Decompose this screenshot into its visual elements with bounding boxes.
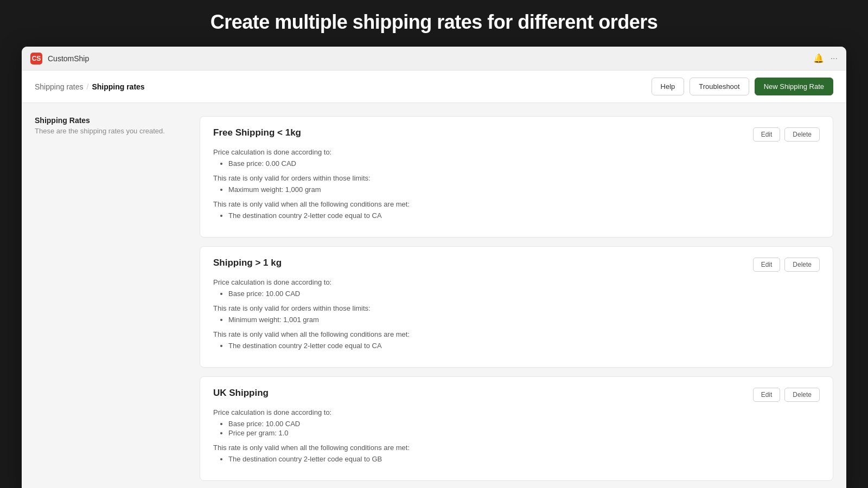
rates-container: Free Shipping < 1kg Edit Delete Price ca… <box>200 116 833 481</box>
price-list: Base price: 10.00 CAD <box>213 290 820 298</box>
sidebar: Shipping Rates These are the shipping ra… <box>35 116 187 481</box>
rate-title: UK Shipping <box>213 388 269 399</box>
new-shipping-rate-button[interactable]: New Shipping Rate <box>755 78 833 95</box>
breadcrumb-parent[interactable]: Shipping rates <box>35 82 84 91</box>
header-bar: Shipping rates / Shipping rates Help Tro… <box>22 70 846 103</box>
app-window: CS CustomShip 🔔 ··· Shipping rates / Shi… <box>22 47 846 488</box>
limits-list: Minimum weight: 1,001 gram <box>213 316 820 324</box>
list-item: The destination country 2-letter code eq… <box>228 211 820 220</box>
rate-title: Free Shipping < 1kg <box>213 127 301 138</box>
limits-list: Maximum weight: 1,000 gram <box>213 185 820 194</box>
edit-button[interactable]: Edit <box>753 127 781 142</box>
list-item: The destination country 2-letter code eq… <box>228 342 820 350</box>
conditions-list: The destination country 2-letter code eq… <box>213 455 820 463</box>
limits-label: This rate is only valid for orders withi… <box>213 174 820 182</box>
more-options-icon[interactable]: ··· <box>831 54 838 63</box>
rate-title: Shipping > 1 kg <box>213 258 282 268</box>
rate-actions: Edit Delete <box>753 127 820 142</box>
delete-button[interactable]: Delete <box>784 127 820 142</box>
header-actions: Help Troubleshoot New Shipping Rate <box>652 78 833 95</box>
rate-header: UK Shipping Edit Delete <box>213 388 820 402</box>
breadcrumb-separator: / <box>87 82 89 91</box>
rate-actions: Edit Delete <box>753 258 820 272</box>
list-item: Maximum weight: 1,000 gram <box>228 185 820 194</box>
app-icon: CS <box>30 53 42 65</box>
rate-card: Shipping > 1 kg Edit Delete Price calcul… <box>200 246 833 368</box>
conditions-label: This rate is only valid when all the fol… <box>213 330 820 338</box>
price-calc-label: Price calculation is done according to: <box>213 408 820 416</box>
conditions-label: This rate is only valid when all the fol… <box>213 200 820 208</box>
hero-title: Create multiple shipping rates for diffe… <box>210 11 658 34</box>
app-name-label: CustomShip <box>48 54 89 63</box>
price-list: Base price: 10.00 CADPrice per gram: 1.0 <box>213 420 820 437</box>
edit-button[interactable]: Edit <box>753 258 781 272</box>
delete-button[interactable]: Delete <box>784 258 820 272</box>
rate-header: Shipping > 1 kg Edit Delete <box>213 258 820 272</box>
titlebar: CS CustomShip 🔔 ··· <box>22 47 846 70</box>
sidebar-title: Shipping Rates <box>35 116 187 125</box>
delete-button[interactable]: Delete <box>784 388 820 402</box>
price-calc-label: Price calculation is done according to: <box>213 278 820 286</box>
conditions-list: The destination country 2-letter code eq… <box>213 342 820 350</box>
bell-icon[interactable]: 🔔 <box>813 53 824 63</box>
conditions-list: The destination country 2-letter code eq… <box>213 211 820 220</box>
list-item: The destination country 2-letter code eq… <box>228 455 820 463</box>
rate-card: Free Shipping < 1kg Edit Delete Price ca… <box>200 116 833 237</box>
sidebar-description: These are the shipping rates you created… <box>35 127 187 135</box>
price-calc-label: Price calculation is done according to: <box>213 148 820 156</box>
titlebar-actions: 🔔 ··· <box>813 53 838 63</box>
main-content: Shipping Rates These are the shipping ra… <box>22 103 846 488</box>
breadcrumb: Shipping rates / Shipping rates <box>35 82 145 91</box>
list-item: Price per gram: 1.0 <box>228 429 820 437</box>
conditions-label: This rate is only valid when all the fol… <box>213 444 820 452</box>
list-item: Base price: 10.00 CAD <box>228 290 820 298</box>
limits-label: This rate is only valid for orders withi… <box>213 304 820 312</box>
rate-actions: Edit Delete <box>753 388 820 402</box>
rate-header: Free Shipping < 1kg Edit Delete <box>213 127 820 142</box>
troubleshoot-button[interactable]: Troubleshoot <box>690 78 749 95</box>
list-item: Base price: 0.00 CAD <box>228 159 820 168</box>
edit-button[interactable]: Edit <box>753 388 781 402</box>
price-list: Base price: 0.00 CAD <box>213 159 820 168</box>
list-item: Base price: 10.00 CAD <box>228 420 820 428</box>
list-item: Minimum weight: 1,001 gram <box>228 316 820 324</box>
rate-card: UK Shipping Edit Delete Price calculatio… <box>200 376 833 481</box>
breadcrumb-current: Shipping rates <box>92 82 144 91</box>
help-button[interactable]: Help <box>652 78 685 95</box>
